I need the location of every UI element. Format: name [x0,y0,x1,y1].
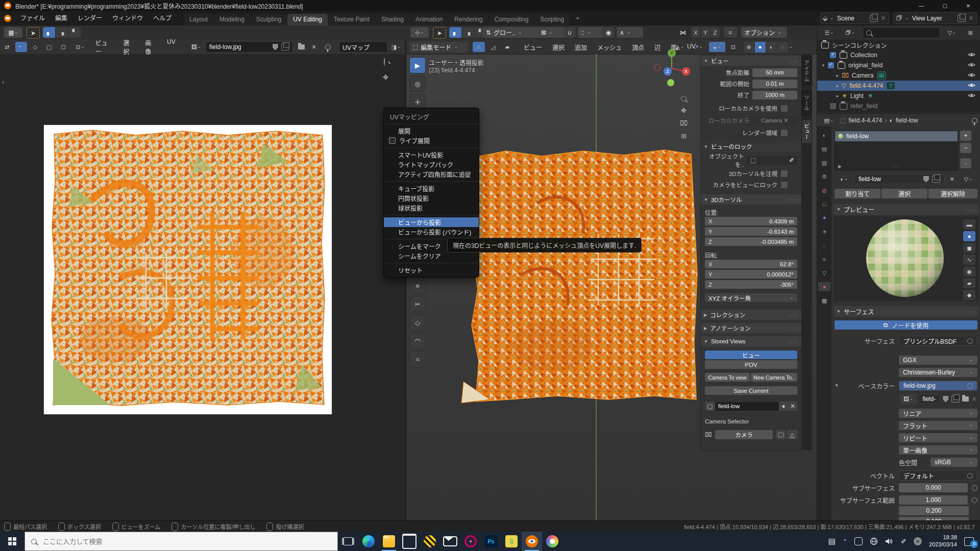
ptab-material[interactable]: ● [818,282,830,291]
edge-mode-icon[interactable]: ◿ [487,42,499,52]
camera-lock-checkbox[interactable] [780,181,788,189]
properties-pin-icon[interactable] [972,118,977,123]
app-map-tool[interactable]: ⇩ [501,532,522,551]
eye-icon[interactable] [968,82,975,89]
tool-loop-cut[interactable]: ≡ [409,278,426,294]
cursor-rot-y-field[interactable]: Y0.000012° [705,270,797,279]
teams-icon[interactable] [854,537,863,545]
uv-pan-hand-icon[interactable]: ✥ [383,73,388,81]
uv-edge-select-icon[interactable]: ◇ [29,42,41,52]
cursor-panel-header[interactable]: 3Dカーソル [701,194,801,205]
topbar-menu[interactable]: ウィンドウ [107,11,148,26]
tab-scripting[interactable]: Scripting [534,14,570,26]
transform-orientation-dropdown[interactable]: ⇅ グロー.. [483,27,540,38]
ptab-scene[interactable]: ⚙ [818,172,830,181]
outliner-item-original-field[interactable]: original_field [848,62,883,69]
uv-active-tool-dropdown[interactable]: ▦ [4,27,22,38]
face-mode-icon[interactable]: ▰ [501,42,513,52]
app-edge[interactable] [358,532,379,551]
viewport-menu[interactable]: 選択 [547,43,570,52]
outliner-item-field[interactable]: field.4-4.474 [849,82,883,89]
tab-rendering[interactable]: Rendering [449,14,488,26]
menu-project-from-view-bounds[interactable]: ビューから投影 (バウンド) [384,227,479,237]
outliner-item-light[interactable]: Light [850,92,864,99]
uv-zoom-icon[interactable] [384,58,385,65]
mirror-z-toggle[interactable]: Z [710,27,720,38]
view-lock-header[interactable]: ビューのロック [701,141,801,152]
taskbar-clock[interactable]: 18:38 2023/03/14 [929,534,957,548]
copy-scene-icon[interactable] [870,15,878,22]
outliner-item-collection[interactable]: Collection [850,52,877,59]
unlink-image-icon[interactable]: ✕ [971,396,977,403]
uvmap-field[interactable]: UVマップ [339,41,387,53]
preview-cloth-icon[interactable]: ▰ [963,278,975,288]
field-mesh[interactable] [460,142,703,407]
annotations-panel-header[interactable]: アノテーション [701,323,801,333]
vertex-mode-icon[interactable]: ∴ [473,42,485,52]
use-nodes-button[interactable]: ⧉ノードを使用 [835,320,977,330]
add-workspace-button[interactable]: + [570,13,585,24]
outliner-filter-dropdown[interactable]: 🗇 [842,28,858,38]
menu-cube-projection[interactable]: キューブ投影 [384,184,479,193]
radius-1-slider[interactable]: 1.000 [899,495,968,505]
uv-sticky-mode-dropdown[interactable]: ⊡ [71,42,89,52]
notification-icon[interactable] [964,537,974,546]
properties-display-dropdown[interactable]: ▤ [821,115,837,126]
material-slot-row[interactable]: field-low [835,131,958,141]
volume-icon[interactable] [885,538,894,545]
fake-user-icon[interactable] [923,176,929,183]
ptab-render[interactable]: ◐ [818,131,830,140]
menu-live-unwrap[interactable]: ライブ展開 [384,136,479,145]
viewport-menu[interactable]: 追加 [570,43,592,52]
cursor-watch-checkbox[interactable] [780,170,788,178]
preview-fluid-icon[interactable]: ◆ [963,290,975,300]
eye-icon[interactable] [968,92,975,99]
v3d-cursor-tool-button[interactable]: ➤ [433,27,446,39]
shading-rendered-icon[interactable]: ◌ [777,42,788,53]
preview-hair-icon[interactable]: ∿ [963,255,975,265]
menu-follow-active-quads[interactable]: アクティブ四角形面に追従 [384,169,479,179]
select-extend-button[interactable]: ▗ [462,27,475,38]
distribution-dropdown[interactable]: GGX [899,356,977,365]
minimize-button[interactable]: — [910,0,933,11]
select-button[interactable]: 選択 [881,189,927,198]
view-panel-header[interactable]: ビュー [701,56,801,66]
assign-button[interactable]: 割り当て [835,189,880,198]
tab-modeling[interactable]: Modeling [214,14,250,26]
preview-shaderball-icon[interactable]: ◉ [963,266,975,277]
cursor-x-field[interactable]: X0.4309 m [705,217,797,226]
rotation-order-dropdown[interactable]: XYZ オイラー角 [705,293,797,302]
menu-reset[interactable]: リセット [384,265,479,275]
app-bee[interactable] [420,532,440,551]
uv-select-extend-button[interactable]: ▗ [56,27,68,38]
eye-icon[interactable] [968,72,975,79]
uv-toolbar-expand-icon[interactable]: › [2,79,4,86]
material-browse-dropdown[interactable]: ◐ [836,174,853,184]
ptab-object-data[interactable]: ▽ [818,268,830,278]
tab-animation[interactable]: Animation [410,14,448,26]
save-current-button[interactable]: Save Current [705,386,797,395]
pin-icon[interactable] [322,42,334,52]
outliner-search-field[interactable] [863,27,941,38]
mirror-y-toggle[interactable]: Y [701,27,710,38]
base-color-field[interactable]: field-low.jpg [899,381,977,391]
pov-button[interactable]: POV [705,360,797,369]
colorspace-dropdown[interactable]: sRGB [930,458,977,467]
deselect-button[interactable]: 選択解除 [928,189,977,198]
uv-face-select-icon[interactable]: ▢ [43,42,56,52]
search-input[interactable] [42,537,314,546]
tab-uv-editing[interactable]: UV Editing [287,14,328,26]
menu-item[interactable] [384,147,479,148]
topbar-menu[interactable]: ファイル [15,11,50,26]
slot-specials-dropdown[interactable] [960,158,971,168]
ptab-modifiers[interactable]: ✦ [818,213,830,222]
ptab-physics[interactable]: ◌ [818,241,830,250]
uv-cursor-tool-button[interactable]: ➤ [27,27,40,39]
task-view-button[interactable] [338,532,358,551]
stored-view-active-icon[interactable]: ● [779,402,788,411]
collection-checkbox[interactable] [829,52,837,59]
cursor-rot-z-field[interactable]: Z-305° [705,280,797,289]
projection-dropdown[interactable]: フラット [899,421,977,430]
snap-dropdown[interactable]: :: [578,27,604,38]
blender-menu-icon[interactable] [4,15,11,22]
